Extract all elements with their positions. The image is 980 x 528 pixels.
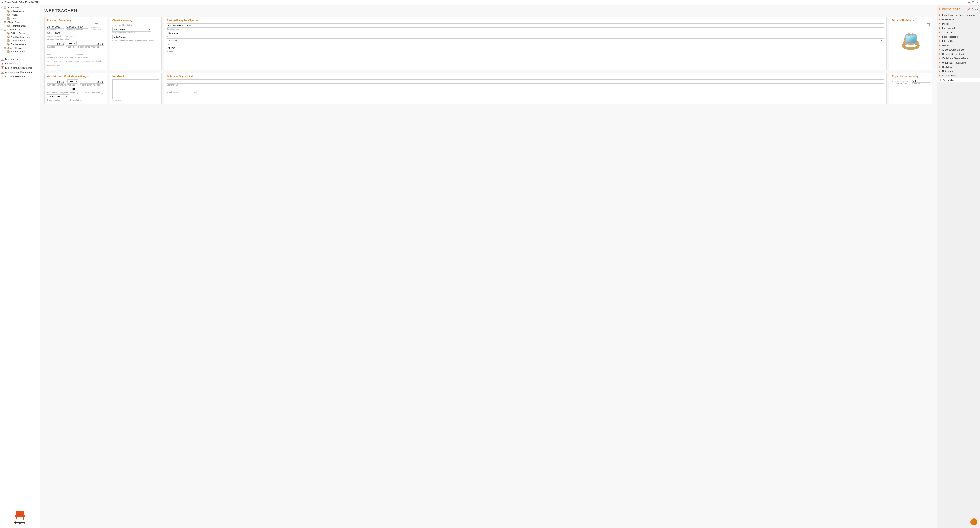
pin-button[interactable]: 📌 <box>967 8 970 11</box>
objekt-klassifizieren-row: Objekt neu klassifizieren <box>113 23 159 26</box>
right-nav-item-andere-ausrustungen[interactable]: Andere Ausrüstungen <box>937 48 980 52</box>
restore-button[interactable]: ❐ <box>972 1 974 4</box>
sidebar-item-chalet-bianca[interactable]: 🏠 Chalet Bianca <box>0 24 40 28</box>
right-nav-item-diverse-gegenstande[interactable]: Diverse Gegenstände <box>937 52 980 56</box>
wert-row: 1,000.00 Wert letzte Schätzung CHF Währu… <box>47 79 104 86</box>
right-nav-item-verliehene-gegenstande[interactable]: Verliehene Gegenstände <box>937 56 980 60</box>
nav-dot <box>939 62 940 63</box>
wert-objekte-label: In Wert-Objekte enthalten <box>47 38 104 40</box>
svg-rect-15 <box>904 37 906 41</box>
export-data-documents-item[interactable]: 📤 Export data & documents <box>0 66 40 70</box>
right-nav-item-wertsachen[interactable]: Wertsachen <box>937 78 980 82</box>
analysen-item[interactable]: 📊 Analysen und Diagramme <box>0 70 40 75</box>
title-bar-controls: — ❐ ✕ <box>968 1 978 4</box>
right-nav-item-versicherung[interactable]: Versicherung <box>937 73 980 78</box>
right-nav-item-cashflow[interactable]: Cashflow <box>937 65 980 69</box>
beschreibung-input[interactable] <box>167 23 884 28</box>
right-nav-item-unterhalt-reparaturen[interactable]: Unterhalt / Reparaturen <box>937 60 980 65</box>
sidebar-item-appt-da-vinci[interactable]: 🏠 Appt Da Vinci <box>0 39 40 42</box>
sidebar-item-studio[interactable]: 🏠 Studio <box>0 13 40 17</box>
svg-line-3 <box>23 517 24 522</box>
right-nav-item-einrichtungen-zusammenfass[interactable]: Einrichtungen / Zusammenfass. <box>937 13 980 17</box>
kaufpreis-value: 1,600.00 <box>47 42 64 46</box>
right-panel-title: Einrichtungen <box>939 7 960 11</box>
nav-label: Garten <box>942 44 950 47</box>
archiv-item[interactable]: 📁 Archiv ausblenden <box>0 75 40 79</box>
right-nav-item-foto-telefonie[interactable]: Foto / Telefonie <box>937 35 980 39</box>
sidebar-item-villa-acacia-group[interactable]: ▼ 🏠 Villa Acacia <box>0 6 40 9</box>
eigene-sch-value: 1,000.00 <box>80 80 104 84</box>
sidebar-item-villa-acacia[interactable]: 🏠 Villa Acacia <box>0 9 40 13</box>
bericht-erstellen-item[interactable]: 📄 Bericht erstellen <box>0 57 40 61</box>
objektverwaltung-title: Objektverwaltung <box>113 19 159 22</box>
sidebar-item-chalet-bianca-group[interactable]: ▼ 🏠 Chalet Bianca <box>0 20 40 24</box>
geschatzt-title: Geschätzt und Wiederbeschaffungswert <box>47 75 104 78</box>
verleihen-input[interactable] <box>167 79 884 84</box>
bericht-icon: 📄 <box>1 58 4 61</box>
svg-rect-16 <box>916 37 917 41</box>
right-nav-item-notizblock[interactable]: Notizblock <box>937 69 980 73</box>
belastet-label: Belastet <box>76 53 104 55</box>
seriennummer-label: Seriennummer <box>47 65 64 67</box>
bild-notizblock-section: Bild und Notizblock <box>889 17 932 70</box>
rep-wahrung-field: CHF Währung <box>912 79 930 85</box>
right-nav-item-mobel[interactable]: Möbel <box>937 22 980 26</box>
sidebar-item-edifice-futura-group[interactable]: ▼ 🏠 Edifice Futura <box>0 28 40 31</box>
sidebar-item-edifice-futura[interactable]: 🏠 Edifice Futura <box>0 31 40 35</box>
sidebar-item-strand-dunas-group[interactable]: ▼ 🏠 Strand Dunas <box>0 46 40 50</box>
nav-dot <box>939 49 940 50</box>
wahrung-select[interactable]: CHF <box>66 41 76 46</box>
objektverwaltung-section: Objektverwaltung Objekt neu klassifizier… <box>110 17 162 70</box>
home-icon: 🏠 <box>7 13 10 16</box>
close-button[interactable]: ✕ <box>976 1 978 4</box>
sidebar-item-appt-michelangelo[interactable]: 🏠 Appt Michelangelo <box>0 35 40 39</box>
right-nav-item-dokumente[interactable]: Dokumente <box>937 17 980 22</box>
hersteller-select[interactable]: POMELLATO <box>167 38 884 43</box>
right-nav-item-garten[interactable]: Garten <box>937 43 980 48</box>
home-icon: 🏠 <box>7 24 10 27</box>
bild-upload-btn[interactable] <box>927 23 930 26</box>
zahlungsdatum-label: Zahlungsdatum <box>47 60 64 62</box>
nachfolge-checkbox[interactable] <box>95 23 98 26</box>
back-button[interactable] <box>970 518 977 525</box>
rechnungsnummer-label: Rechnungsnummer <box>66 29 88 31</box>
entsorgung-field: Entsorgung Hinweis <box>84 59 102 62</box>
minimize-button[interactable]: — <box>968 1 970 4</box>
sidebar-item-pool[interactable]: 🏠 Pool <box>0 17 40 20</box>
right-nav-item-informatik[interactable]: Informatik <box>937 39 980 43</box>
wiederbeschaffung-field: Wiederbeschaffungswert <box>47 90 69 94</box>
ring-image <box>898 28 924 54</box>
kaufdatum-value: 28 Jan 2020 <box>47 25 64 29</box>
nav-dot <box>939 45 940 46</box>
preis-bewertung-section: Preis und Bewertung 28 Jan 2020 Kaufdatu… <box>45 17 107 70</box>
nav-dot <box>939 53 940 55</box>
modell-input[interactable] <box>167 46 884 50</box>
sidebar-item-appt-amadeus[interactable]: 🏠 Appt Amadeus <box>0 42 40 46</box>
rechnungsnummer-field: 762 625 778 876 Rechnungsnummer <box>66 25 88 31</box>
verleihen-row: Verleihen an <box>167 79 884 86</box>
notizblock-textarea[interactable] <box>113 79 159 99</box>
sidebar-item-strand-dunas[interactable]: 🏠 Strand Dunas <box>0 50 40 53</box>
sidebar-footer <box>0 507 40 528</box>
abgangsdatum-value <box>66 59 83 60</box>
wahrung-field: CHF Währung <box>66 41 76 48</box>
export-data-item[interactable]: 📤 Export data <box>0 61 40 66</box>
wahrung-sch-select[interactable]: CHF <box>67 79 78 84</box>
right-nav-item-elektrogerate[interactable]: Elektrogeräte <box>937 26 980 30</box>
typ-select[interactable]: Schmuck <box>167 31 884 35</box>
font-button[interactable]: Aa aa <box>972 8 978 11</box>
villa-acacia-select[interactable]: Villa Acacia <box>113 35 151 39</box>
tree-label: Edifice Futura <box>11 32 25 35</box>
nav-label: Foto / Telefonie <box>942 35 958 38</box>
konto-select[interactable] <box>47 49 69 53</box>
nav-dot <box>939 36 940 37</box>
kaufdatum-field: 28 Jan 2020 Kaufdatum <box>47 25 64 31</box>
wertsachen-select[interactable]: Wertsachen <box>113 27 151 32</box>
datum-sch-select[interactable]: 28 Jan 2020 <box>47 94 69 99</box>
kaufpreis-row: 1,600.00 Kaufpreis CHF Währung 1,600.00 … <box>47 41 104 48</box>
villa-acacia-field: Villa Acacia Objekt zu einem anderen Woh… <box>113 35 159 41</box>
tree-toggle: ▼ <box>1 47 3 49</box>
total-row: Total Wartung und Reparatur Kosten CHF W… <box>892 79 930 85</box>
right-nav-item-tv-audio[interactable]: TV / Audio <box>937 30 980 35</box>
wb-wahrung-select[interactable]: CHF <box>70 87 81 91</box>
